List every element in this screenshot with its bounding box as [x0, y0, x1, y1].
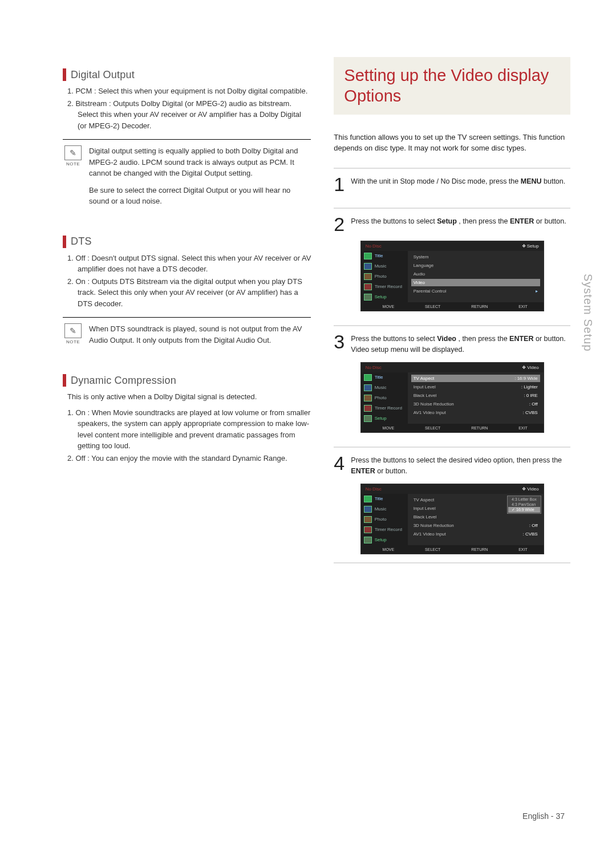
osd-left-nav: Title Music Photo Timer Record Setup	[361, 251, 408, 302]
text: or	[534, 217, 544, 225]
osd-item-music: Music	[375, 506, 387, 512]
footer-language: English	[522, 812, 549, 821]
list-item: 2. On : Outputs DTS Bitstream via the di…	[78, 276, 311, 310]
osd-item-setup: Setup	[375, 416, 387, 421]
button-name: ENTER	[509, 335, 533, 343]
osd-item-title: Title	[375, 375, 383, 380]
text: button.	[386, 467, 407, 475]
osd-foot-exit: EXIT	[513, 547, 528, 552]
osd-dd-wide: 16:9 Wide	[508, 507, 540, 513]
note-block: ✎ NOTE When DTS soundtrack is played, so…	[63, 317, 311, 346]
osd-item-title: Title	[375, 496, 383, 501]
osd-item-setup: Setup	[375, 294, 387, 299]
osd-foot-move: MOVE	[377, 547, 395, 552]
text: button.	[544, 217, 566, 225]
intro-text: This function allows you to set up the T…	[334, 132, 570, 154]
osd-item-music: Music	[375, 263, 387, 269]
osd-foot-return: RETURN	[465, 305, 488, 309]
osd-foot-move: MOVE	[377, 305, 395, 309]
osd-opt-inputlevel: Input Level: Lighter	[411, 383, 540, 391]
divider	[334, 325, 570, 326]
osd-foot-exit: EXIT	[513, 426, 528, 431]
list-item: 1. Off : Doesn't output DTS signal. Sele…	[78, 253, 311, 275]
right-column: Setting up the Video display Options Thi…	[334, 57, 570, 563]
step-text: With the unit in Stop mode / No Disc mod…	[351, 175, 570, 187]
osd-item-title: Title	[375, 253, 383, 258]
note-label: NOTE	[66, 161, 80, 167]
osd-setup-screenshot: No Disc ❖ Setup Title Music Photo Timer …	[360, 241, 544, 312]
osd-opt-tvaspect: TV Aspect 4:3 Letter Box 4:3 Pan/Scan 16…	[411, 496, 540, 504]
osd-foot-move: MOVE	[377, 426, 395, 431]
osd-opt-3dnr: 3D Noise Reduction: Off	[411, 522, 540, 529]
osd-item-photo: Photo	[375, 395, 387, 400]
text: With the unit in Stop mode / No Disc mod…	[351, 177, 520, 185]
note-icon-stack: ✎ NOTE	[63, 145, 83, 207]
list-item: 2. Off : You can enjoy the movie with th…	[78, 453, 311, 464]
osd-opt-video: Video	[411, 279, 540, 286]
osd-opt-parental: Parental Control▸	[411, 287, 540, 295]
note-paragraph: Digital output setting is equally applie…	[89, 145, 311, 179]
list-item: 2. Bitstream : Outputs Dolby Digital (or…	[78, 98, 311, 132]
dynamic-intro: This is only active when a Dolby Digital…	[63, 391, 311, 403]
step-2: 2 Press the buttons to select Setup , th…	[334, 214, 570, 234]
dynamic-list: 1. On : When Movie soundtracks are playe…	[63, 407, 311, 464]
osd-item-photo: Photo	[375, 274, 387, 279]
section-dts: DTS	[63, 236, 311, 248]
note-block: ✎ NOTE Digital output setting is equally…	[63, 139, 311, 207]
osd-video-dropdown-screenshot: No Disc❖ Video Title Music Photo Timer R…	[360, 484, 544, 555]
button-name: ENTER	[510, 217, 534, 225]
step-text: Press the buttons to select Setup , then…	[351, 214, 570, 227]
side-tab: System Setup	[581, 274, 594, 352]
text: button.	[542, 177, 566, 185]
osd-dropdown: 4:3 Letter Box 4:3 Pan/Scan 16:9 Wide	[507, 496, 541, 514]
text: , then press the	[456, 335, 509, 343]
step-number: 4	[334, 453, 346, 473]
dts-list: 1. Off : Doesn't output DTS signal. Sele…	[63, 253, 311, 310]
section-title: DTS	[71, 236, 92, 247]
osd-opt-system: System	[411, 253, 540, 261]
osd-foot-select: SELECT	[419, 305, 440, 309]
osd-opt-tvaspect: TV Aspect: 16:9 Wide	[411, 375, 540, 382]
osd-foot-select: SELECT	[419, 426, 440, 431]
osd-dd-panscan: 4:3 Pan/Scan	[508, 502, 540, 507]
osd-nodisc: No Disc	[366, 244, 382, 249]
osd-opt-audio: Audio	[411, 270, 540, 278]
text: , then press the	[457, 217, 510, 225]
osd-item-timer: Timer Record	[375, 284, 402, 289]
step-4: 4 Press the buttons to select the desire…	[334, 453, 570, 477]
section-dynamic-compression: Dynamic Compression	[63, 374, 311, 387]
list-item: 1. PCM : Select this when your equipment…	[78, 86, 311, 97]
osd-nodisc: No Disc	[366, 365, 382, 370]
text: or	[533, 335, 544, 343]
note-text: When DTS soundtrack is played, sound is …	[89, 323, 311, 346]
text: buttons to select the desired video opti…	[383, 456, 562, 464]
text: buttons to select	[383, 335, 437, 343]
section-digital-output: Digital Output	[63, 68, 311, 81]
note-icon: ✎	[64, 145, 82, 160]
divider	[334, 208, 570, 209]
note-paragraph: Be sure to select the correct Digital Ou…	[89, 185, 311, 207]
osd-opt-av1: AV1 Video Input: CVBS	[411, 409, 540, 416]
osd-item-photo: Photo	[375, 517, 387, 522]
step-number: 3	[334, 332, 346, 351]
button-name: ENTER	[351, 467, 375, 475]
footer-page: 37	[556, 812, 565, 821]
osd-hdr-title: Setup	[527, 244, 539, 249]
osd-hdr-title: Video	[527, 486, 538, 492]
step-number: 1	[334, 175, 346, 194]
page-footer: English - 37	[522, 812, 565, 821]
text: Press the	[351, 217, 383, 225]
left-column: Digital Output 1. PCM : Select this when…	[63, 57, 311, 563]
osd-item-timer: Timer Record	[375, 405, 402, 411]
osd-video-screenshot: No Disc❖ Video Title Music Photo Timer R…	[360, 362, 544, 433]
digital-output-list: 1. PCM : Select this when your equipment…	[63, 86, 311, 131]
osd-right-pane: System Language Audio Video Parental Con…	[408, 251, 544, 302]
step-3: 3 Press the buttons to select Video , th…	[334, 332, 570, 355]
section-accent-bar	[63, 236, 66, 248]
section-title: Digital Output	[71, 69, 135, 81]
divider	[334, 562, 570, 563]
osd-opt-3dnr: 3D Noise Reduction: Off	[411, 400, 540, 408]
text: buttons to select	[383, 217, 437, 225]
osd-foot-return: RETURN	[465, 547, 488, 552]
osd-item-setup: Setup	[375, 537, 387, 542]
